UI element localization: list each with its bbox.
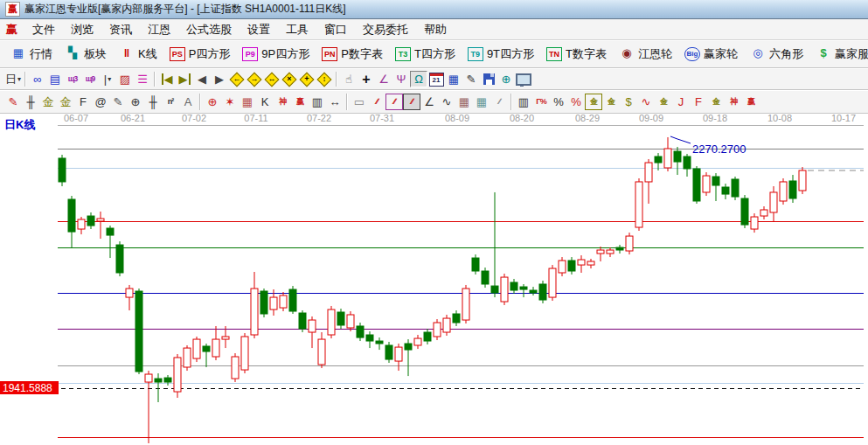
- square-spiral-icon[interactable]: ▦: [239, 94, 256, 110]
- kline-button[interactable]: ‖K线: [113, 44, 163, 65]
- n-square-icon[interactable]: n²: [162, 94, 179, 110]
- angle-ruler-icon[interactable]: A: [179, 94, 197, 110]
- fibonacci-grid-icon[interactable]: F: [74, 94, 92, 110]
- prev-page-icon[interactable]: ◀: [193, 71, 211, 87]
- menu-9[interactable]: 交易委托: [355, 20, 416, 39]
- candle: [68, 196, 75, 247]
- rect-frame-icon[interactable]: ▭: [351, 94, 368, 110]
- volume-profile-icon[interactable]: ▥: [515, 94, 532, 110]
- gann-fan-dark-icon[interactable]: ∕∕∕: [403, 94, 420, 110]
- star-burst-icon[interactable]: ✶: [221, 94, 239, 110]
- draw-cycle-icon[interactable]: ✎: [109, 94, 127, 110]
- gold-grid-alt-icon[interactable]: 金: [57, 94, 74, 110]
- parallel-lines-icon[interactable]: ∕∕: [490, 94, 508, 110]
- hexagon-button[interactable]: ◎六角形: [744, 44, 809, 65]
- target-circle-icon[interactable]: ⊕: [204, 94, 221, 110]
- wave-9-icon[interactable]: щ9: [81, 71, 99, 87]
- chip-box-icon[interactable]: ▨: [116, 71, 134, 87]
- shen-angle-icon[interactable]: 神: [725, 94, 742, 110]
- winner-wheel-button[interactable]: Big赢家轮: [678, 44, 744, 65]
- angle-measure-icon[interactable]: ∠: [375, 71, 392, 87]
- menu-8[interactable]: 窗口: [316, 20, 355, 39]
- next-page-icon[interactable]: ▶: [211, 71, 228, 87]
- winner-service-button[interactable]: $赢家服务: [809, 44, 868, 65]
- gann-fan-icon[interactable]: ∕∕∕: [368, 94, 385, 110]
- calendar-21-icon[interactable]: 21: [427, 71, 445, 87]
- price-grid-arrow-icon[interactable]: ▦: [473, 94, 490, 110]
- shen-grid-icon[interactable]: 神: [274, 94, 291, 110]
- kline-mark-icon[interactable]: K: [256, 94, 274, 110]
- percent-line-icon[interactable]: Γ%: [532, 94, 550, 110]
- zoom-cross-icon[interactable]: ×: [281, 71, 298, 87]
- smart-analysis-icon[interactable]: Ω: [410, 71, 427, 87]
- period-day-button[interactable]: 日▾: [4, 71, 22, 87]
- menu-2[interactable]: 浏览: [63, 20, 101, 39]
- zoom-all-icon[interactable]: +: [298, 71, 316, 87]
- t-number-table-button[interactable]: TNT数字表: [540, 44, 613, 65]
- h-measure-icon[interactable]: ↔: [326, 94, 344, 110]
- spiral-icon[interactable]: @: [92, 94, 109, 110]
- quotes-icon: ▦: [10, 47, 26, 61]
- net-sync-icon[interactable]: ⊕: [497, 71, 515, 87]
- last-page-icon[interactable]: ▶: [176, 71, 193, 87]
- first-page-icon[interactable]: ◀: [158, 71, 176, 87]
- gold-levels2-icon[interactable]: 金: [655, 94, 672, 110]
- 9p-square-button[interactable]: P99P四方形: [236, 44, 316, 65]
- menu-6[interactable]: 设置: [240, 20, 278, 39]
- price-pencil-icon[interactable]: $: [620, 94, 637, 110]
- gann-fan-boxed-icon[interactable]: ∕∕∕: [385, 94, 403, 110]
- date-tick-label: 08-29: [575, 114, 600, 123]
- ying-grid-icon[interactable]: 赢: [291, 94, 309, 110]
- calculator-icon[interactable]: ▦: [445, 71, 462, 87]
- draw-brush-icon[interactable]: ✎: [4, 94, 22, 110]
- menu-7[interactable]: 工具: [278, 20, 316, 39]
- zoom-vertical-icon[interactable]: ↕: [316, 71, 333, 87]
- gann-tool-icon[interactable]: Ψ: [392, 71, 410, 87]
- menu-3[interactable]: 资讯: [101, 20, 140, 39]
- menu-5[interactable]: 公式选股: [178, 20, 240, 39]
- thin-candle-button[interactable]: |▾: [99, 71, 116, 87]
- glyph: @: [94, 96, 106, 108]
- gold-angle-icon[interactable]: 金: [707, 94, 725, 110]
- j-angle-icon[interactable]: J: [672, 94, 690, 110]
- memo-edit-icon[interactable]: ✎: [462, 71, 480, 87]
- gann-wheel-button[interactable]: ◉江恩轮: [613, 44, 678, 65]
- wave-lines-icon[interactable]: ∿: [438, 94, 455, 110]
- menu-10[interactable]: 帮助: [416, 20, 455, 39]
- wave-3-icon[interactable]: щ3: [64, 71, 81, 87]
- sectors-button[interactable]: ▚板块: [59, 44, 113, 65]
- f-angle-icon[interactable]: F: [690, 94, 707, 110]
- zoom-left-icon[interactable]: ←: [228, 71, 246, 87]
- quotes-button[interactable]: ▦行情: [4, 44, 59, 65]
- crosshair-icon[interactable]: +: [358, 71, 375, 87]
- save-icon[interactable]: [480, 71, 497, 87]
- workstation-icon[interactable]: [515, 71, 532, 87]
- menu-1[interactable]: 文件: [24, 20, 63, 39]
- angle-lines-icon[interactable]: ∠: [420, 94, 438, 110]
- percent-icon[interactable]: %: [550, 94, 567, 110]
- price-grid-icon[interactable]: ▦: [455, 94, 473, 110]
- gold-grid-icon[interactable]: 金: [39, 94, 57, 110]
- menu-4[interactable]: 江恩: [140, 20, 178, 39]
- p-square-button[interactable]: PSP四方形: [163, 44, 237, 65]
- chip-distribution-icon[interactable]: ☰: [134, 71, 151, 87]
- gold-circle-icon[interactable]: 金: [585, 94, 602, 110]
- t-square-button[interactable]: T3T四方形: [389, 44, 462, 65]
- zoom-right-icon[interactable]: →: [246, 71, 263, 87]
- ying-mark-icon[interactable]: 赢: [742, 94, 760, 110]
- ruler-123-icon[interactable]: ▥: [309, 94, 326, 110]
- percent-levels-icon[interactable]: %: [567, 94, 585, 110]
- gold-levels-icon[interactable]: 金: [602, 94, 620, 110]
- info-note-icon[interactable]: ▤: [46, 71, 64, 87]
- zoom-horizontal-icon[interactable]: ↔: [263, 71, 281, 87]
- bar-cycle-icon[interactable]: ╫: [144, 94, 162, 110]
- kline-chart[interactable]: 06-0706-2107-0207-1107-2207-3108-0908-20…: [0, 114, 868, 445]
- wave-box-icon[interactable]: ∿: [637, 94, 655, 110]
- pan-hand-icon[interactable]: ☝: [340, 71, 358, 87]
- p-number-table-button[interactable]: PNP数字表: [316, 44, 389, 65]
- time-grid-icon[interactable]: ╫: [22, 94, 39, 110]
- candle: [655, 153, 662, 170]
- chanlun-icon[interactable]: ∞: [29, 71, 46, 87]
- circle-cycle-icon[interactable]: ⊕: [127, 94, 144, 110]
- 9t-square-button[interactable]: T99T四方形: [462, 44, 540, 65]
